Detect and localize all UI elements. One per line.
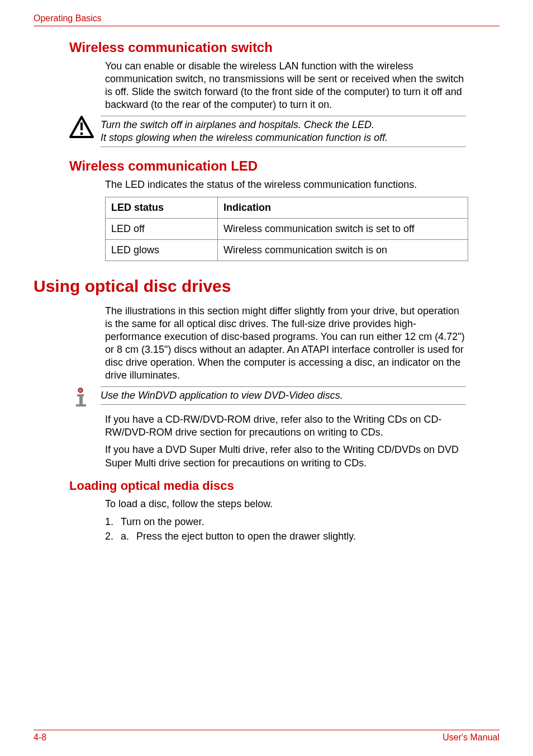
list-item: 2. a. Press the eject button to open the… <box>105 530 466 543</box>
svg-rect-6 <box>79 394 83 404</box>
svg-rect-1 <box>80 122 83 130</box>
list-item: 1. Turn on the power. <box>105 515 466 528</box>
para-wireless-led: The LED indicates the status of the wire… <box>105 178 466 191</box>
page-number: 4-8 <box>34 733 46 743</box>
heading-loading-discs: Loading optical media discs <box>69 479 499 493</box>
info-block: Use the WinDVD application to view DVD-V… <box>69 386 466 409</box>
heading-wireless-led: Wireless communication LED <box>69 158 499 174</box>
para-optical-after2: If you have a DVD Super Multi drive, ref… <box>105 443 466 469</box>
running-header: Operating Basics <box>34 13 499 26</box>
para-loading: To load a disc, follow the steps below. <box>105 498 466 511</box>
heading-optical-drives: Using optical disc drives <box>34 277 499 296</box>
td-led-glows-ind: Wireless communication switch is on <box>218 240 468 261</box>
td-led-off: LED off <box>106 219 218 240</box>
step-number-2: 2. <box>105 530 121 543</box>
heading-wireless-switch: Wireless communication switch <box>69 40 499 55</box>
para-wireless-switch: You can enable or disable the wireless L… <box>105 60 466 111</box>
manual-label: User's Manual <box>442 733 499 743</box>
td-led-off-ind: Wireless communication switch is set to … <box>218 219 468 240</box>
warning-text: Turn the switch off in airplanes and hos… <box>101 116 466 147</box>
info-icon <box>69 386 101 409</box>
svg-rect-7 <box>76 404 86 407</box>
step-number-1: 1. <box>105 515 121 528</box>
warning-line2: It stops glowing when the wireless commu… <box>101 132 388 143</box>
para-optical: The illustrations in this section might … <box>105 305 466 382</box>
info-text: Use the WinDVD application to view DVD-V… <box>101 386 466 405</box>
step-sub-a: a. <box>121 530 136 543</box>
step-list: 1. Turn on the power. 2. a. Press the ej… <box>105 515 466 544</box>
table-row: LED glows Wireless communication switch … <box>106 240 468 261</box>
th-led-status: LED status <box>106 197 218 219</box>
table-header-row: LED status Indication <box>106 197 468 219</box>
svg-point-2 <box>80 133 83 135</box>
td-led-glows: LED glows <box>106 240 218 261</box>
warning-block: Turn the switch off in airplanes and hos… <box>69 116 466 147</box>
para-optical-after1: If you have a CD-RW/DVD-ROM drive, refer… <box>105 413 466 439</box>
page-footer: 4-8 User's Manual <box>34 730 499 743</box>
warning-icon <box>69 116 101 138</box>
warning-line1: Turn the switch off in airplanes and hos… <box>101 119 374 130</box>
th-indication: Indication <box>218 197 468 219</box>
step-text-2a: Press the eject button to open the drawe… <box>136 530 356 543</box>
step-text-1: Turn on the power. <box>121 515 204 528</box>
table-row: LED off Wireless communication switch is… <box>106 219 468 240</box>
led-table: LED status Indication LED off Wireless c… <box>105 197 468 261</box>
